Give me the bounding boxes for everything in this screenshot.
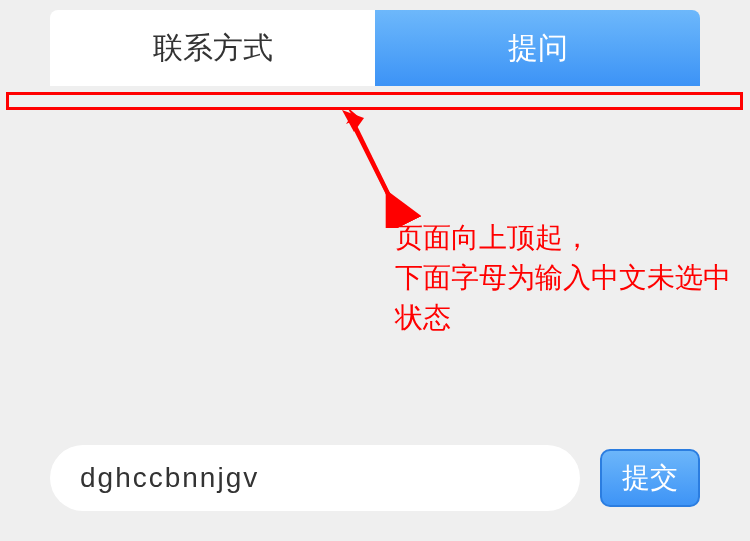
annotation-line2: 下面字母为输入中文未选中 <box>395 258 731 298</box>
annotation-line3: 状态 <box>395 298 731 338</box>
annotation-arrow-icon <box>340 108 440 228</box>
svg-line-3 <box>352 120 400 218</box>
svg-marker-2 <box>346 108 360 124</box>
submit-button[interactable]: 提交 <box>600 449 700 507</box>
tab-question[interactable]: 提问 <box>375 10 700 86</box>
input-bar: 提交 <box>0 445 750 511</box>
annotation-highlight-box <box>6 92 743 110</box>
tab-question-label: 提问 <box>508 28 568 69</box>
svg-line-1 <box>350 118 400 218</box>
annotation-text: 页面向上顶起， 下面字母为输入中文未选中 状态 <box>395 218 731 338</box>
svg-marker-4 <box>342 110 364 132</box>
tab-contact-label: 联系方式 <box>153 28 273 69</box>
annotation-line1: 页面向上顶起， <box>395 218 731 258</box>
tabs-container: 联系方式 提问 <box>0 0 750 86</box>
submit-button-label: 提交 <box>622 459 678 497</box>
annotation-arrow-icon <box>340 108 440 228</box>
tab-contact[interactable]: 联系方式 <box>50 10 375 86</box>
message-input[interactable] <box>50 445 580 511</box>
